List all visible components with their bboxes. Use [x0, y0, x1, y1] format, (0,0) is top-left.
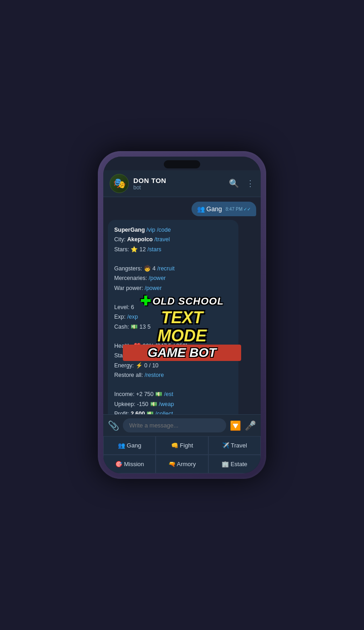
sent-text: 👥 Gang — [197, 205, 222, 213]
msg-profit: Profit: 2 600 💵 /collect — [114, 409, 232, 414]
msg-income: Income: +2 750 💵 /est — [114, 390, 232, 399]
mic-icon[interactable]: 🎤 — [245, 420, 256, 431]
notch-area — [103, 157, 261, 170]
chat-header: 🎭 DON TON bot 🔍 ⋮ — [103, 170, 261, 197]
sent-time: 8:47 PM ✓✓ — [226, 207, 251, 212]
header-icons: 🔍 ⋮ — [229, 178, 254, 188]
header-info: DON TON bot — [133, 177, 224, 191]
msg-line1: SuperGang /vip /code — [114, 225, 232, 235]
travel-button[interactable]: ✈️ Travel — [208, 436, 261, 455]
bot-name: DON TON — [133, 177, 224, 184]
msg-line3: Stars: ⭐ 12 /stars — [114, 245, 232, 254]
msg-line4: Gangsters: 🧒 4 /recruit — [114, 264, 232, 274]
message-input[interactable] — [123, 418, 226, 432]
sent-message-wrap: 👥 Gang 8:47 PM ✓✓ — [108, 202, 256, 216]
phone-frame: 🎭 DON TON bot 🔍 ⋮ 👥 Gang 8:47 PM ✓✓ — [98, 151, 266, 479]
fight-label: 👊 Fight — [171, 442, 193, 449]
keyboard-row-2: 🎯 Mission 🔫 Armory 🏢 Estate — [103, 455, 261, 473]
sent-bubble: 👥 Gang 8:47 PM ✓✓ — [192, 202, 256, 216]
msg-line6: War power: /power — [114, 284, 232, 293]
estate-button[interactable]: 🏢 Estate — [208, 455, 261, 473]
search-icon[interactable]: 🔍 — [229, 178, 239, 188]
estate-label: 🏢 Estate — [222, 461, 247, 467]
phone-screen: 🎭 DON TON bot 🔍 ⋮ 👥 Gang 8:47 PM ✓✓ — [103, 157, 261, 473]
keyboard-buttons: 👥 Gang 👊 Fight ✈️ Travel 🎯 Mission 🔫 Arm… — [103, 436, 261, 473]
msg-upkeep: Upkeep: -150 💵 /weap — [114, 400, 232, 409]
received-message-wrap: SuperGang /vip /code City: Akepolco /tra… — [108, 220, 256, 414]
travel-label: ✈️ Travel — [222, 442, 247, 449]
bot-avatar: 🎭 — [110, 174, 129, 193]
received-bubble: SuperGang /vip /code City: Akepolco /tra… — [108, 220, 238, 414]
msg-line5: Mercenaries: /power — [114, 274, 232, 283]
expand-icon[interactable]: 🔽 — [230, 420, 241, 431]
msg-restore: Restore all: /restore — [114, 371, 232, 380]
mission-label: 🎯 Mission — [115, 461, 144, 467]
attach-icon[interactable]: 📎 — [108, 420, 119, 431]
msg-exp: Exp: /exp — [114, 312, 232, 322]
chat-area: 👥 Gang 8:47 PM ✓✓ SuperGang /vip /code C… — [103, 197, 261, 414]
keyboard-row-1: 👥 Gang 👊 Fight ✈️ Travel — [103, 436, 261, 455]
more-icon[interactable]: ⋮ — [246, 178, 254, 188]
msg-cash: Cash: 💵 13 5 — [114, 322, 232, 332]
gang-button[interactable]: 👥 Gang — [103, 436, 156, 455]
msg-energy: Energy: ⚡ 0 / 10 — [114, 361, 232, 371]
fight-button[interactable]: 👊 Fight — [156, 436, 208, 455]
msg-stamina: Stamina: 🎲 7 / 10 — [114, 351, 232, 361]
chat-input-bar: 📎 🔽 🎤 — [103, 414, 261, 436]
bot-sub: bot — [133, 184, 224, 191]
notch — [164, 160, 200, 168]
msg-health: Health: ❤️ 99% [247.5 / 250] — [114, 341, 232, 351]
armory-button[interactable]: 🔫 Armory — [156, 455, 208, 473]
mission-button[interactable]: 🎯 Mission — [103, 455, 156, 473]
armory-label: 🔫 Armory — [168, 461, 196, 467]
gang-label: 👥 Gang — [118, 442, 141, 449]
msg-line2: City: Akepolco /travel — [114, 235, 232, 244]
msg-level: Level: 6 — [114, 303, 232, 312]
